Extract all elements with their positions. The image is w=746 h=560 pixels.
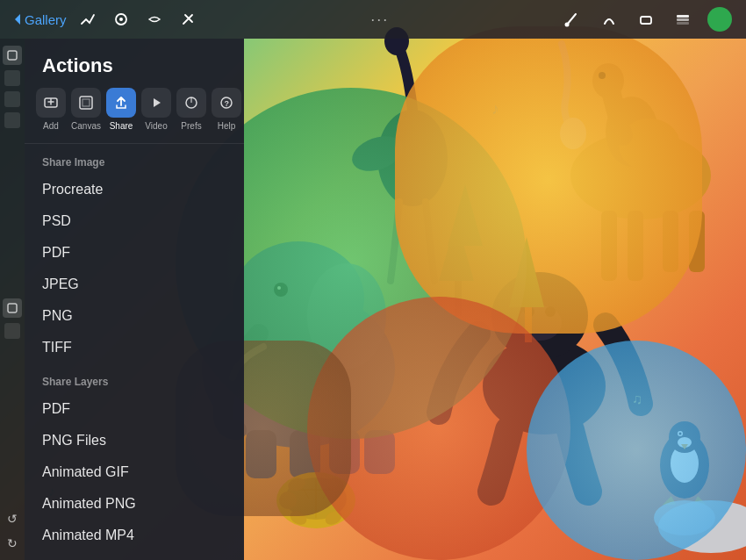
menu-item-animated-mp4[interactable]: Animated MP4 xyxy=(25,520,244,551)
svg-rect-66 xyxy=(82,99,90,106)
action-help[interactable]: ? Help xyxy=(209,88,244,131)
svg-rect-65 xyxy=(80,97,92,109)
sidebar-tool-1[interactable] xyxy=(3,46,22,65)
help-label: Help xyxy=(218,121,236,131)
action-video[interactable]: Video xyxy=(139,88,174,131)
user-avatar[interactable] xyxy=(707,7,732,32)
action-prefs[interactable]: Prefs xyxy=(174,88,209,131)
menu-item-animated-png[interactable]: Animated PNG xyxy=(25,488,244,520)
canvas-icon xyxy=(71,88,101,118)
menu-item-animated-hevc[interactable]: Animated HEVC xyxy=(25,551,244,560)
dot-menu[interactable]: ··· xyxy=(370,11,389,29)
undo-button[interactable]: ↺ xyxy=(3,509,22,528)
action-canvas[interactable]: Canvas xyxy=(68,88,104,131)
redo-button[interactable]: ↻ xyxy=(3,534,22,553)
add-label: Add xyxy=(43,121,59,131)
menu-item-tiff[interactable]: TIFF xyxy=(25,332,244,363)
sidebar-tool-2[interactable] xyxy=(4,70,20,86)
share-icon xyxy=(106,88,136,118)
erase-tool-icon[interactable] xyxy=(176,7,200,32)
svg-marker-67 xyxy=(154,98,161,107)
top-bar-center: ··· xyxy=(370,11,389,29)
help-icon: ? xyxy=(212,88,241,118)
video-label: Video xyxy=(145,121,167,131)
layers-icon[interactable] xyxy=(671,7,695,32)
top-bar: Gallery ··· xyxy=(0,0,746,39)
modify-tool-icon[interactable] xyxy=(75,7,100,32)
prefs-icon xyxy=(176,88,206,118)
add-icon xyxy=(36,88,66,118)
svg-rect-60 xyxy=(677,18,689,21)
menu-item-layers-pdf[interactable]: PDF xyxy=(25,393,244,425)
svg-text:?: ? xyxy=(225,99,230,108)
actions-panel: Actions Add Canvas Share Video xyxy=(25,39,244,560)
menu-item-procreate[interactable]: Procreate xyxy=(25,174,244,205)
sidebar-tool-6[interactable] xyxy=(4,323,20,339)
share-image-header: Share Image xyxy=(25,144,244,174)
gallery-button[interactable]: Gallery xyxy=(14,12,67,27)
action-add[interactable]: Add xyxy=(33,88,68,131)
prefs-label: Prefs xyxy=(181,121,201,131)
menu-item-png[interactable]: PNG xyxy=(25,300,244,332)
top-bar-right xyxy=(560,7,732,32)
actions-title: Actions xyxy=(25,39,244,88)
gallery-label: Gallery xyxy=(25,12,67,27)
brush-icon[interactable] xyxy=(560,7,585,32)
svg-rect-61 xyxy=(677,22,689,25)
top-bar-left: Gallery xyxy=(14,7,200,32)
svg-rect-58 xyxy=(641,17,651,24)
menu-item-animated-gif[interactable]: Animated GIF xyxy=(25,456,244,488)
left-sidebar: ↺ ↻ xyxy=(0,39,25,560)
action-share[interactable]: Share xyxy=(104,88,139,131)
smear-icon[interactable] xyxy=(597,7,621,32)
sidebar-tool-5[interactable] xyxy=(3,298,22,318)
share-label: Share xyxy=(110,121,133,131)
share-layers-header: Share Layers xyxy=(25,363,244,393)
menu-item-jpeg[interactable]: JPEG xyxy=(25,269,244,300)
svg-rect-59 xyxy=(677,15,689,18)
video-icon xyxy=(141,88,171,118)
sidebar-tool-3[interactable] xyxy=(4,91,20,107)
actions-toolbar: Add Canvas Share Video Prefs xyxy=(25,88,244,144)
svg-point-57 xyxy=(565,23,570,27)
menu-item-pdf[interactable]: PDF xyxy=(25,237,244,269)
canvas-label: Canvas xyxy=(71,121,101,131)
svg-rect-63 xyxy=(8,304,17,312)
svg-point-56 xyxy=(119,18,123,21)
menu-item-png-files[interactable]: PNG Files xyxy=(25,425,244,456)
smudge-tool-icon[interactable] xyxy=(142,7,167,32)
menu-item-psd[interactable]: PSD xyxy=(25,205,244,237)
sidebar-tool-4[interactable] xyxy=(4,112,20,128)
eraser-icon[interactable] xyxy=(634,7,658,32)
paint-tool-icon[interactable] xyxy=(109,7,133,32)
svg-rect-62 xyxy=(8,51,17,60)
